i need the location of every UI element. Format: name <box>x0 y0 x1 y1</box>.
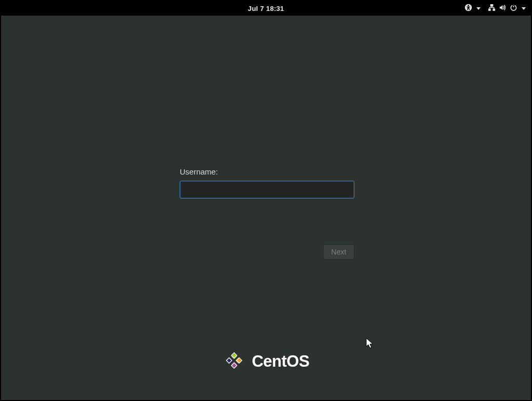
chevron-down-icon <box>476 7 481 10</box>
accessibility-icon <box>464 4 472 13</box>
accessibility-menu[interactable] <box>464 4 481 13</box>
svg-rect-7 <box>512 5 515 6</box>
login-prompt: Username: Next <box>180 167 354 198</box>
svg-rect-4 <box>493 8 495 11</box>
username-input[interactable] <box>180 181 354 198</box>
username-label: Username: <box>180 167 354 176</box>
svg-rect-2 <box>490 4 494 7</box>
system-menu[interactable] <box>488 4 526 13</box>
distro-branding: CentOS <box>223 349 310 374</box>
mouse-cursor-icon <box>366 338 375 352</box>
power-icon <box>510 4 517 13</box>
network-wired-icon <box>488 4 496 13</box>
chevron-down-icon <box>522 7 526 10</box>
centos-logo-icon <box>223 349 246 374</box>
next-button[interactable]: Next <box>323 244 354 260</box>
svg-point-1 <box>468 5 469 7</box>
svg-rect-3 <box>488 8 491 11</box>
distro-name: CentOS <box>252 352 310 371</box>
status-area <box>464 4 526 13</box>
volume-icon <box>499 4 507 13</box>
clock[interactable]: Jul 7 18:31 <box>248 5 284 12</box>
top-panel: Jul 7 18:31 <box>1 1 531 16</box>
